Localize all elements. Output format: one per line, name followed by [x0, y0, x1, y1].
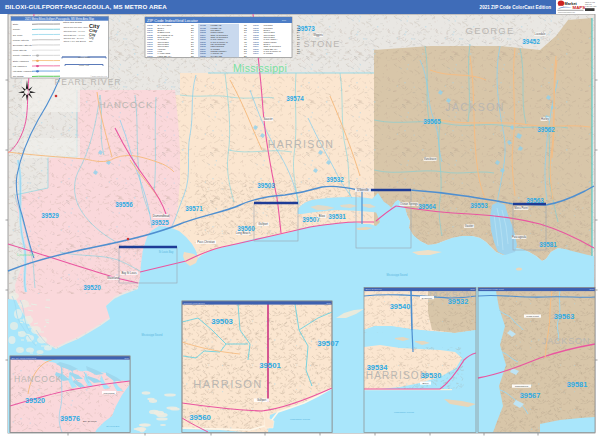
- svg-text:Bay St Louis: Bay St Louis: [83, 420, 97, 423]
- svg-text:Suite 101: Suite 101: [585, 3, 592, 5]
- svg-text:39560: 39560: [147, 55, 154, 57]
- svg-text:39525: 39525: [151, 219, 169, 226]
- svg-text:39520: 39520: [25, 396, 45, 405]
- svg-text:39507: 39507: [317, 339, 339, 348]
- svg-text:39567: 39567: [520, 391, 541, 400]
- svg-text:Grid: Grid: [589, 288, 594, 290]
- svg-text:39581: 39581: [539, 241, 557, 248]
- svg-text:Cities and Towns: Cities and Towns: [63, 21, 83, 24]
- svg-text:39573: 39573: [297, 25, 315, 32]
- svg-text:State: State: [13, 23, 19, 25]
- svg-text:GEORGE: GEORGE: [466, 25, 515, 36]
- svg-text:HARRISON: HARRISON: [268, 138, 335, 150]
- svg-text:Moss Point: Moss Point: [514, 206, 528, 210]
- svg-text:Pascagoula-Moss Point: Pascagoula-Moss Point: [480, 288, 504, 290]
- svg-text:39452: 39452: [522, 38, 540, 45]
- svg-text:HANCOCK: HANCOCK: [99, 99, 154, 110]
- svg-text:2021 Metro Biloxi-Gulfport-Pas: 2021 Metro Biloxi-Gulfport-Pascagoula, M…: [25, 17, 95, 21]
- svg-text:1-800-929-4627: 1-800-929-4627: [585, 6, 596, 7]
- svg-text:City: City: [89, 33, 96, 37]
- svg-text:Mississippi Sound: Mississippi Sound: [387, 273, 408, 277]
- svg-text:Bay St. Louis-Waveland: Bay St. Louis-Waveland: [12, 357, 37, 359]
- svg-text:39576: 39576: [200, 55, 207, 57]
- svg-text:39574: 39574: [253, 52, 260, 54]
- svg-text:Gulfport: Gulfport: [257, 398, 267, 402]
- svg-text:Saucier: Saucier: [263, 117, 272, 121]
- svg-text:39574: 39574: [286, 95, 304, 102]
- svg-text:39532: 39532: [326, 176, 344, 183]
- svg-text:Wiggins: Wiggins: [313, 33, 323, 37]
- svg-text:ZIP Code: ZIP Code: [13, 34, 23, 36]
- svg-text:US Highways: US Highways: [13, 65, 28, 67]
- svg-text:Gulfport-Long Beach: Gulfport-Long Beach: [184, 302, 206, 304]
- svg-text:Lucedale: Lucedale: [535, 32, 546, 36]
- svg-text:39576: 39576: [60, 414, 80, 423]
- svg-text:Long Beach: Long Beach: [236, 231, 251, 235]
- svg-text:Toll Roads: Toll Roads: [13, 75, 25, 77]
- svg-text:39540: 39540: [390, 302, 411, 311]
- svg-text:Pascagoula: Pascagoula: [515, 385, 529, 388]
- svg-text:Mississippi Sound: Mississippi Sound: [142, 333, 163, 337]
- svg-text:39530: 39530: [421, 371, 442, 380]
- svg-text:Bay St Louis: Bay St Louis: [121, 271, 137, 275]
- svg-text:WAVELAND: WAVELAND: [211, 55, 223, 57]
- svg-text:39532: 39532: [448, 297, 469, 306]
- svg-text:Gautier: Gautier: [465, 224, 474, 228]
- svg-text:©2021 MarketMAPS: ©2021 MarketMAPS: [91, 75, 108, 77]
- svg-text:Mississippi: Mississippi: [233, 62, 287, 74]
- svg-text:Mississippi Sound: Mississippi Sound: [394, 411, 415, 414]
- svg-text:Vancleave: Vancleave: [424, 157, 437, 161]
- svg-text:Moss Point: Moss Point: [526, 315, 539, 318]
- svg-text:39562: 39562: [537, 126, 555, 133]
- svg-text:39531: 39531: [328, 213, 346, 220]
- svg-text:Biloxi: Biloxi: [423, 382, 429, 385]
- svg-text:Diamondhead: Diamondhead: [153, 214, 170, 218]
- svg-text:15500 W 64th: 15500 W 64th: [585, 1, 595, 3]
- svg-text:LONG BEACH: LONG BEACH: [158, 55, 172, 57]
- svg-text:Gulfport: Gulfport: [258, 222, 268, 226]
- svg-text:HARRISON: HARRISON: [193, 378, 262, 390]
- svg-text:Grid: Grid: [124, 357, 129, 359]
- svg-text:Pascagoula: Pascagoula: [512, 235, 527, 239]
- svg-text:JACKSON: JACKSON: [445, 101, 504, 113]
- svg-text:Biloxi: Biloxi: [319, 214, 326, 218]
- svg-text:County Name: County Name: [78, 56, 91, 58]
- svg-text:Secondary Streets: Secondary Streets: [13, 44, 33, 46]
- svg-text:39564: 39564: [418, 203, 436, 210]
- svg-text:39571: 39571: [185, 205, 203, 212]
- svg-text:Grid: Grid: [470, 288, 475, 290]
- svg-text:Pass Christian: Pass Christian: [197, 240, 215, 244]
- svg-text:Waveland: Waveland: [107, 276, 119, 280]
- svg-text:39501: 39501: [259, 361, 281, 370]
- svg-text:Waveland: Waveland: [103, 392, 115, 395]
- svg-text:www.marketmaps.com: www.marketmaps.com: [558, 11, 576, 13]
- svg-text:STONE: STONE: [304, 39, 341, 49]
- svg-text:D'Iberville: D'Iberville: [422, 297, 433, 300]
- svg-text:Hurley: Hurley: [541, 117, 549, 121]
- svg-text:39503: 39503: [257, 182, 275, 189]
- svg-text:St Louis Bay: St Louis Bay: [159, 250, 174, 254]
- svg-text:MAPS: MAPS: [573, 5, 586, 10]
- svg-text:Louisiana: Louisiana: [17, 252, 35, 257]
- svg-text:39581: 39581: [567, 380, 588, 389]
- svg-text:Mississippi Sound: Mississippi Sound: [290, 418, 311, 421]
- svg-text:ZIP Code Index/Grid Locator: ZIP Code Index/Grid Locator: [147, 18, 199, 23]
- svg-text:Biloxi-D'Iberville: Biloxi-D'Iberville: [366, 288, 383, 290]
- svg-text:County: County: [13, 28, 21, 30]
- svg-text:D'Iberville: D'Iberville: [357, 188, 369, 192]
- svg-text:SAUCIER: SAUCIER: [264, 52, 274, 54]
- svg-text:39563: 39563: [526, 197, 544, 204]
- svg-text:39529: 39529: [41, 212, 59, 219]
- svg-text:HANCOCK: HANCOCK: [14, 374, 62, 384]
- svg-text:Interstate Highways: Interstate Highways: [13, 70, 34, 72]
- svg-text:Grid: Grid: [326, 302, 331, 304]
- svg-text:39560: 39560: [237, 225, 255, 232]
- svg-text:39565: 39565: [423, 118, 441, 125]
- svg-text:39503: 39503: [211, 317, 233, 326]
- svg-text:State Highways: State Highways: [13, 60, 30, 62]
- svg-text:County Highways: County Highways: [13, 54, 32, 56]
- svg-text:39534: 39534: [367, 363, 388, 372]
- svg-text:JACKSON: JACKSON: [542, 336, 590, 346]
- svg-text:39563: 39563: [554, 312, 575, 321]
- svg-text:Minor Streets: Minor Streets: [13, 49, 28, 51]
